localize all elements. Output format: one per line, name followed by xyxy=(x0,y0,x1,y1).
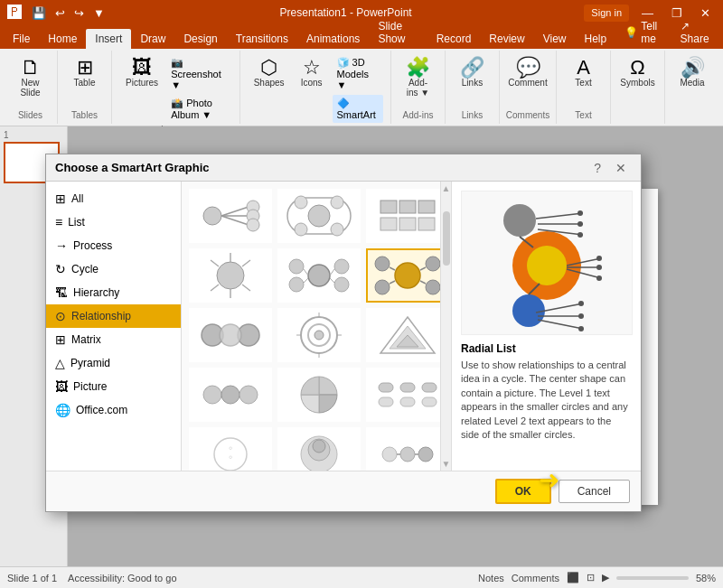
tab-tell-me[interactable]: 💡 Tell me xyxy=(615,16,671,49)
thumb-1[interactable] xyxy=(189,189,272,243)
svg-line-3 xyxy=(221,216,249,225)
cycle-icon: ↻ xyxy=(55,262,66,276)
svg-point-78 xyxy=(577,210,583,216)
addins-button[interactable]: 🧩 Add- ins ▼ xyxy=(399,54,437,101)
tab-animations[interactable]: Animations xyxy=(297,29,369,49)
undo-button[interactable]: ↩ xyxy=(52,5,68,21)
tab-insert[interactable]: Insert xyxy=(86,29,131,49)
category-pyramid[interactable]: △ Pyramid xyxy=(46,351,181,375)
dialog-help-button[interactable]: ? xyxy=(588,159,606,177)
table-icon: ⊞ xyxy=(77,58,93,78)
svg-point-39 xyxy=(426,280,440,294)
scroll-down-arrow[interactable]: ▼ xyxy=(442,459,451,469)
svg-point-29 xyxy=(289,277,304,292)
zoom-slider[interactable] xyxy=(616,576,689,580)
tab-file[interactable]: File xyxy=(4,29,39,49)
text-button[interactable]: A Text xyxy=(568,54,597,91)
svg-line-42 xyxy=(390,281,395,284)
thumb-2[interactable] xyxy=(277,189,361,243)
category-picture[interactable]: 🖼 Picture xyxy=(46,375,181,398)
tab-review[interactable]: Review xyxy=(480,29,533,49)
category-list[interactable]: ≡ List xyxy=(46,210,181,234)
thumb-14[interactable] xyxy=(277,427,361,471)
svg-line-34 xyxy=(330,278,334,283)
new-slide-button[interactable]: 🗋 New Slide xyxy=(14,54,46,101)
svg-line-40 xyxy=(390,267,395,270)
thumb-13[interactable]: ○○ xyxy=(189,427,272,471)
thumb-4[interactable] xyxy=(189,248,272,303)
scroll-thumb[interactable] xyxy=(443,211,450,266)
tab-record[interactable]: Record xyxy=(427,29,481,49)
svg-text:○: ○ xyxy=(229,454,232,460)
svg-point-75 xyxy=(503,204,536,237)
svg-rect-14 xyxy=(399,201,416,213)
thumb-7[interactable] xyxy=(189,308,272,362)
category-officecom[interactable]: 🌐 Office.com xyxy=(46,398,181,422)
3d-models-button[interactable]: 🧊 3D Models ▼ xyxy=(333,54,383,93)
category-all[interactable]: ⊞ All xyxy=(46,187,181,210)
category-hierarchy[interactable]: 🏗 Hierarchy xyxy=(46,281,181,304)
dialog-close-button[interactable]: ✕ xyxy=(610,159,632,177)
category-process[interactable]: → Process xyxy=(46,234,181,257)
symbols-button[interactable]: Ω Symbols xyxy=(614,54,661,91)
tab-transitions[interactable]: Transitions xyxy=(227,29,297,49)
media-button[interactable]: 🔊 Media xyxy=(673,54,710,91)
thumb-3[interactable] xyxy=(366,189,440,243)
smartart-button[interactable]: 🔷 SmartArt xyxy=(333,95,383,123)
svg-point-30 xyxy=(334,277,349,292)
notes-button[interactable]: Notes xyxy=(478,573,504,583)
thumb-11[interactable] xyxy=(277,368,361,422)
new-slide-icon: 🗋 xyxy=(21,58,41,78)
redo-button[interactable]: ↪ xyxy=(71,5,87,21)
photo-album-button[interactable]: 📸 Photo Album ▼ xyxy=(166,95,232,123)
thumb-12[interactable] xyxy=(366,368,440,422)
thumb-10[interactable] xyxy=(189,368,272,422)
dialog-footer: ➜ OK Cancel xyxy=(46,471,641,511)
customize-qat-button[interactable]: ▼ xyxy=(90,5,108,21)
table-button[interactable]: ⊞ Table xyxy=(68,54,102,91)
svg-line-77 xyxy=(536,213,583,219)
tab-slideshow[interactable]: Slide Show xyxy=(369,16,427,49)
tab-draw[interactable]: Draw xyxy=(131,29,174,49)
ribbon-group-media: 🔊 Media xyxy=(665,51,719,124)
category-relationship[interactable]: ⊙ Relationship xyxy=(46,304,181,328)
zoom-level: 58% xyxy=(696,573,716,583)
tab-share[interactable]: ↗ Share xyxy=(671,16,719,49)
view-normal[interactable]: ⬛ xyxy=(567,572,579,583)
svg-line-21 xyxy=(242,260,250,266)
thumb-15[interactable] xyxy=(366,427,440,471)
tab-view[interactable]: View xyxy=(534,29,576,49)
comment-button[interactable]: 💬 Comment xyxy=(502,54,553,91)
tab-home[interactable]: Home xyxy=(39,29,86,49)
svg-rect-18 xyxy=(418,218,435,230)
comments-button[interactable]: Comments xyxy=(512,573,559,583)
svg-rect-15 xyxy=(418,201,435,213)
svg-point-87 xyxy=(596,265,602,270)
scroll-up-arrow[interactable]: ▲ xyxy=(442,183,451,193)
screenshot-button[interactable]: 📷 Screenshot ▼ xyxy=(166,54,232,93)
svg-rect-16 xyxy=(380,218,397,230)
svg-point-26 xyxy=(308,265,330,286)
thumb-5[interactable] xyxy=(277,248,361,303)
thumb-9[interactable] xyxy=(366,308,440,362)
hierarchy-icon: 🏗 xyxy=(55,285,68,300)
tab-design[interactable]: Design xyxy=(174,29,226,49)
svg-point-27 xyxy=(289,259,304,274)
ribbon: 🗋 New Slide Slides ⊞ Table Tables 🖼 Pict… xyxy=(0,49,723,126)
category-cycle[interactable]: ↻ Cycle xyxy=(46,257,181,281)
dialog-scrollbar[interactable]: ▲ ▼ xyxy=(440,182,451,471)
thumb-6-radial[interactable] xyxy=(366,248,440,303)
category-matrix[interactable]: ⊞ Matrix xyxy=(46,328,181,351)
tab-help[interactable]: Help xyxy=(576,29,616,49)
view-reading[interactable]: ⊡ xyxy=(587,572,595,583)
svg-point-11 xyxy=(295,223,307,236)
save-button[interactable]: 💾 xyxy=(29,5,49,21)
svg-rect-62 xyxy=(422,397,437,406)
cancel-button[interactable]: Cancel xyxy=(559,480,630,503)
svg-point-10 xyxy=(331,196,343,209)
thumb-8[interactable] xyxy=(277,308,361,362)
pictures-button[interactable]: 🖼 Pictures xyxy=(119,54,164,123)
view-slideshow[interactable]: ▶ xyxy=(602,572,609,583)
pyramid-icon: △ xyxy=(55,356,65,370)
links-button[interactable]: 🔗 Links xyxy=(454,54,491,91)
